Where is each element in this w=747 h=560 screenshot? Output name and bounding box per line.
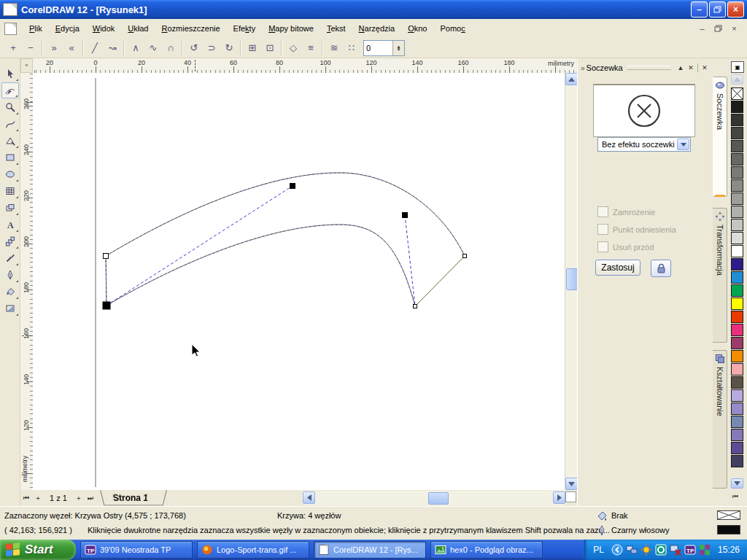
- color-swatch[interactable]: [731, 442, 743, 454]
- break-curve-button[interactable]: «: [63, 40, 80, 56]
- color-swatch[interactable]: [731, 363, 743, 376]
- taskbar-task[interactable]: Logo-Sport-trans.gif ...: [197, 541, 309, 559]
- page-tab-strona1[interactable]: Strona 1: [100, 490, 167, 505]
- color-swatch[interactable]: [731, 376, 743, 389]
- interactive-blend-tool[interactable]: [1, 233, 19, 249]
- menu-edycja[interactable]: Edycja: [49, 21, 86, 36]
- mdi-close-button[interactable]: ×: [727, 23, 741, 35]
- taskbar-task[interactable]: CorelDRAW 12 - [Rys...: [314, 541, 426, 559]
- graph-paper-tool[interactable]: [1, 183, 19, 199]
- restore-button[interactable]: [709, 1, 726, 18]
- color-swatch[interactable]: [731, 258, 743, 271]
- curve-object[interactable]: [103, 173, 467, 309]
- menu-tekst[interactable]: Tekst: [320, 21, 352, 36]
- control-point[interactable]: [403, 213, 408, 218]
- control-point[interactable]: [290, 184, 295, 189]
- curve-node[interactable]: [414, 305, 417, 308]
- interactive-fill-tool[interactable]: [1, 300, 19, 316]
- cd-organizer-tray-icon[interactable]: [655, 544, 667, 556]
- checkbox-box[interactable]: [597, 241, 608, 252]
- color-swatch[interactable]: [731, 324, 743, 336]
- vertical-ruler[interactable]: milimetry 260240220200180160140120: [20, 73, 34, 490]
- delete-node-button[interactable]: −: [22, 40, 39, 56]
- close-button[interactable]: ×: [727, 1, 744, 18]
- color-swatch[interactable]: [731, 153, 743, 166]
- stretch-scale-nodes-button[interactable]: ⊡: [261, 40, 279, 56]
- checkbox-punkt-odniesienia[interactable]: Punkt odniesienia: [597, 224, 676, 235]
- color-swatch[interactable]: [731, 192, 743, 205]
- color-swatch[interactable]: [731, 127, 743, 139]
- convert-curve-to-line-button[interactable]: ╱: [86, 40, 104, 56]
- select-all-nodes-button[interactable]: ∷: [343, 40, 360, 56]
- minimize-button[interactable]: –: [691, 1, 708, 18]
- docker-tab-kształtowanie[interactable]: Kształtowanie: [713, 350, 727, 489]
- color-swatch[interactable]: [731, 402, 743, 415]
- docker-tab-transformacja[interactable]: Transformacja: [713, 208, 727, 343]
- mdi-restore-button[interactable]: [711, 23, 725, 35]
- menu-okno[interactable]: Okno: [401, 21, 433, 36]
- elastic-mode-button[interactable]: ≋: [325, 40, 343, 56]
- menu-widok[interactable]: Widok: [86, 21, 122, 36]
- rectangle-tool[interactable]: [1, 149, 19, 166]
- apply-button[interactable]: Zastosuj: [595, 260, 640, 276]
- menu-mapy-bitowe[interactable]: Mapy bitowe: [262, 21, 320, 36]
- fill-tool[interactable]: [1, 284, 19, 300]
- network-computers-tray-icon[interactable]: [626, 544, 638, 556]
- add-page-after-button[interactable]: ＋: [74, 493, 84, 503]
- color-swatch[interactable]: [731, 219, 743, 231]
- color-swatch[interactable]: [731, 311, 743, 323]
- color-swatch[interactable]: [731, 140, 743, 152]
- lock-button[interactable]: [651, 260, 671, 277]
- drawing-canvas[interactable]: [33, 73, 565, 490]
- vertical-scrollbar[interactable]: [565, 73, 578, 490]
- scroll-left-button[interactable]: [303, 491, 315, 504]
- spinner-arrows[interactable]: ▴▾: [392, 41, 404, 55]
- control-handle-1[interactable]: [107, 186, 293, 306]
- text-tool[interactable]: A: [1, 217, 19, 233]
- color-swatch[interactable]: [731, 455, 743, 467]
- tp-tray-icon[interactable]: TP: [684, 544, 696, 556]
- mdi-minimize-button[interactable]: –: [695, 23, 709, 35]
- basic-shapes-tool[interactable]: [1, 200, 19, 216]
- extend-curve-to-close-button[interactable]: ⊃: [203, 40, 220, 56]
- color-swatch[interactable]: [731, 245, 743, 257]
- first-page-button[interactable]: ⏮: [21, 493, 31, 503]
- docker-collapse-button[interactable]: ▲: [676, 63, 686, 73]
- color-swatch[interactable]: [731, 416, 743, 428]
- palette-scroll-up[interactable]: [731, 74, 743, 85]
- docker-grip-icon[interactable]: »: [581, 64, 584, 72]
- palette-scroll-down[interactable]: [731, 478, 743, 489]
- menu-układ[interactable]: Układ: [121, 21, 155, 36]
- color-swatch[interactable]: [731, 389, 743, 402]
- menu-rozmieszczenie[interactable]: Rozmieszczenie: [155, 21, 226, 36]
- auto-close-curve-button[interactable]: ⊞: [244, 40, 261, 56]
- color-swatch[interactable]: [731, 284, 743, 297]
- palette-options-icon[interactable]: ▣: [731, 61, 744, 73]
- menu-efekty[interactable]: Efekty: [227, 21, 263, 36]
- palette-expand-icon[interactable]: ⏮: [732, 493, 738, 501]
- convert-line-to-curve-button[interactable]: ↝: [104, 40, 121, 56]
- rotate-skew-nodes-button[interactable]: ◇: [285, 40, 302, 56]
- sun-tray-icon[interactable]: [640, 544, 652, 556]
- ruler-origin-button[interactable]: ⌖: [20, 58, 33, 73]
- color-swatch[interactable]: [731, 232, 743, 244]
- curve-smoothness-spinner[interactable]: ▴▾: [363, 40, 405, 56]
- color-swatch[interactable]: [731, 179, 743, 192]
- color-swatch[interactable]: [731, 101, 743, 113]
- add-node-button[interactable]: +: [4, 40, 22, 56]
- lens-effect-select[interactable]: Bez efektu soczewki: [597, 137, 691, 152]
- chevron-down-icon[interactable]: [677, 139, 689, 150]
- menu-narzędzia[interactable]: Narzędzia: [352, 21, 402, 36]
- zoom-tool[interactable]: [1, 99, 19, 115]
- smart-drawing-tool[interactable]: [1, 133, 19, 149]
- docker-group-close-button[interactable]: ✕: [700, 63, 710, 73]
- menu-pomoc[interactable]: Pomoc: [433, 21, 471, 36]
- shape-tool[interactable]: [1, 82, 19, 98]
- reverse-curve-direction-button[interactable]: ↺: [185, 40, 203, 56]
- no-color-swatch[interactable]: [731, 88, 743, 100]
- outline-pen-tool[interactable]: [1, 267, 19, 283]
- taskbar-task[interactable]: TP39'09 Neostrada TP: [80, 541, 193, 559]
- language-indicator[interactable]: PL: [593, 545, 604, 555]
- color-swatch[interactable]: [731, 166, 743, 179]
- docker-close-button[interactable]: ✕: [686, 63, 696, 73]
